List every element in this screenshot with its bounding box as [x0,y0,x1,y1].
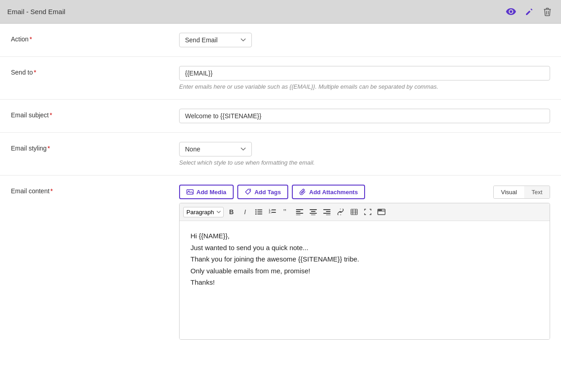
svg-text:": " [283,209,287,215]
email-line-3: Thank you for joining the awesome {{SITE… [190,253,539,265]
email-content-row: Email content* Add Media [0,176,561,349]
svg-rect-6 [257,211,262,212]
svg-rect-24 [323,213,331,214]
svg-rect-25 [326,215,331,215]
email-styling-select[interactable]: None [179,142,252,156]
email-subject-row: Email subject* [0,100,561,133]
email-line-1: Hi {{NAME}}, [190,230,539,242]
visual-tab[interactable]: Visual [494,186,524,198]
svg-rect-8 [257,214,262,215]
email-line-4: Only valuable emails from me, promise! [190,265,539,277]
visual-text-tabs: Visual Text [493,186,550,199]
add-media-button[interactable]: Add Media [179,185,234,199]
svg-rect-19 [311,211,316,212]
email-line-2: Just wanted to send you a quick note... [190,242,539,254]
svg-rect-22 [323,209,331,210]
svg-rect-10 [271,210,276,211]
svg-rect-14 [296,209,303,210]
svg-rect-4 [257,210,262,211]
align-left-button[interactable] [294,206,306,218]
svg-point-34 [380,210,381,211]
text-tab[interactable]: Text [524,186,550,198]
preview-icon[interactable] [505,5,517,18]
action-label: Action* [11,33,179,43]
code-button[interactable] [376,206,387,218]
page-title: Email - Send Email [7,8,65,15]
title-bar: Email - Send Email [0,0,561,24]
svg-rect-17 [296,215,301,215]
svg-point-33 [379,210,380,211]
svg-rect-12 [271,212,276,213]
blockquote-button[interactable]: " [280,206,292,218]
italic-button[interactable]: I [239,206,251,218]
email-line-5: Thanks! [190,276,539,288]
add-tags-button[interactable]: Add Tags [237,185,288,199]
bold-button[interactable]: B [225,206,237,218]
email-content-field: Add Media Add Tags Add Attachments [179,185,550,340]
ordered-list-button[interactable]: 1.2. [266,206,278,218]
email-styling-field: None Select which style to use when form… [179,142,550,166]
title-bar-icons [505,5,554,18]
svg-rect-18 [310,209,317,210]
svg-rect-23 [326,211,331,212]
email-subject-input[interactable] [179,109,550,123]
svg-point-2 [249,190,250,191]
svg-point-5 [255,211,257,213]
send-to-field: Enter emails here or use variable such a… [179,66,550,90]
email-styling-row: Email styling* None Select which style t… [0,133,561,176]
svg-rect-21 [311,215,316,215]
email-content-label: Email content* [11,185,179,195]
svg-rect-16 [296,213,303,214]
add-attachments-icon [299,188,306,196]
svg-point-3 [255,209,257,211]
fullscreen-button[interactable] [362,206,374,218]
send-to-label: Send to* [11,66,179,76]
action-field: Send Email [179,33,550,47]
paragraph-select[interactable]: Paragraph [183,207,224,217]
link-button[interactable] [335,206,346,218]
unordered-list-button[interactable] [253,206,265,218]
editor-wrapper: Paragraph B I 1.2. " [179,203,550,340]
action-select[interactable]: Send Email [179,33,252,47]
edit-icon[interactable] [523,5,536,18]
editor-toolbar: Paragraph B I 1.2. " [180,203,550,221]
delete-icon[interactable] [541,5,554,18]
email-styling-label: Email styling* [11,142,179,152]
main-content: Action* Send Email Send to* Enter emails… [0,24,561,392]
email-subject-field [179,109,550,123]
editor-body[interactable]: Hi {{NAME}}, Just wanted to send you a q… [180,221,550,339]
svg-rect-26 [351,209,357,215]
send-to-row: Send to* Enter emails here or use variab… [0,57,561,100]
add-media-icon [186,188,194,196]
svg-rect-15 [296,211,301,212]
action-row: Action* Send Email [0,24,561,57]
add-attachments-button[interactable]: Add Attachments [292,185,365,199]
email-subject-label: Email subject* [11,109,179,119]
table-button[interactable] [348,206,360,218]
svg-rect-20 [310,213,317,214]
align-center-button[interactable] [307,206,319,218]
add-tags-icon [245,188,252,196]
send-to-helper: Enter emails here or use variable such a… [179,83,550,90]
align-right-button[interactable] [321,206,333,218]
send-to-input[interactable] [179,66,550,80]
email-styling-helper: Select which style to use when formattin… [179,159,550,166]
svg-point-7 [255,213,257,215]
svg-point-35 [381,210,382,211]
